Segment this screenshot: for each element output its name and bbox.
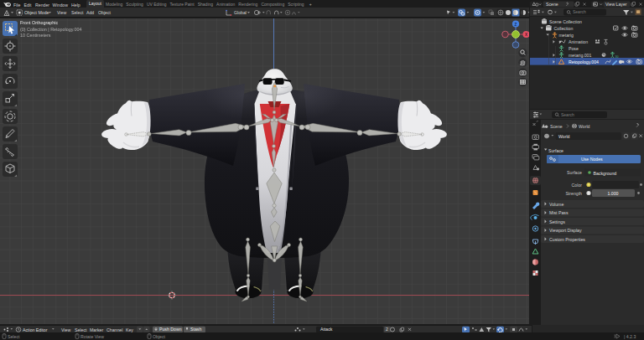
svg-text:World: World bbox=[558, 134, 570, 139]
svg-text:metarig.001: metarig.001 bbox=[569, 53, 592, 58]
svg-text:Add: Add bbox=[86, 10, 94, 15]
svg-text:Select: Select bbox=[8, 334, 20, 339]
svg-text:Animation: Animation bbox=[569, 39, 588, 44]
svg-text:Select: Select bbox=[75, 327, 87, 332]
svg-text:| 4.2.3: | 4.2.3 bbox=[624, 334, 636, 339]
svg-text:Strength: Strength bbox=[565, 191, 582, 196]
svg-text:Color: Color bbox=[572, 183, 583, 188]
svg-text:Scene Collection: Scene Collection bbox=[549, 19, 582, 24]
svg-text:Marker: Marker bbox=[90, 327, 103, 332]
svg-text:View Layer: View Layer bbox=[605, 1, 627, 6]
svg-text:Retopology.004: Retopology.004 bbox=[569, 59, 599, 64]
svg-text:metarig: metarig bbox=[559, 33, 574, 38]
svg-text:Attack: Attack bbox=[320, 327, 333, 332]
svg-text:Use Nodes: Use Nodes bbox=[581, 157, 603, 162]
svg-text:Key: Key bbox=[126, 327, 133, 332]
svg-text:Object: Object bbox=[153, 334, 166, 339]
svg-text:Rotate View: Rotate View bbox=[80, 334, 104, 339]
svg-text:Collection: Collection bbox=[554, 26, 574, 31]
svg-text:Search: Search bbox=[561, 112, 574, 117]
svg-text:Global: Global bbox=[234, 10, 247, 15]
svg-text:1.000: 1.000 bbox=[608, 191, 619, 196]
svg-text:Mist Pass: Mist Pass bbox=[549, 210, 569, 215]
svg-text:Z: Z bbox=[515, 23, 517, 27]
svg-text:World: World bbox=[579, 124, 590, 129]
svg-text:Channel: Channel bbox=[106, 327, 122, 332]
svg-text:Pose: Pose bbox=[569, 46, 579, 51]
svg-text:Action Editor: Action Editor bbox=[23, 327, 48, 332]
svg-text:Viewport Display: Viewport Display bbox=[549, 228, 582, 233]
svg-text:Scene: Scene bbox=[546, 1, 558, 6]
svg-text:Custom Properties: Custom Properties bbox=[549, 237, 585, 242]
svg-text:Settings: Settings bbox=[549, 219, 565, 224]
svg-text:Volume: Volume bbox=[549, 202, 564, 207]
svg-text:Select: Select bbox=[71, 10, 84, 15]
svg-text:View: View bbox=[57, 10, 66, 15]
svg-text:Push Down: Push Down bbox=[159, 327, 182, 332]
svg-text:Stash: Stash bbox=[190, 327, 201, 332]
svg-text:Search: Search bbox=[573, 9, 586, 14]
svg-text:Surface: Surface bbox=[567, 170, 582, 175]
svg-text:Object Mode: Object Mode bbox=[24, 10, 49, 15]
svg-text:Scene: Scene bbox=[550, 124, 563, 129]
svg-text:Background: Background bbox=[594, 171, 617, 176]
svg-text:2: 2 bbox=[386, 327, 388, 332]
svg-text:View: View bbox=[61, 327, 70, 332]
svg-text:Object: Object bbox=[98, 10, 112, 15]
svg-text:Surface: Surface bbox=[548, 148, 564, 153]
